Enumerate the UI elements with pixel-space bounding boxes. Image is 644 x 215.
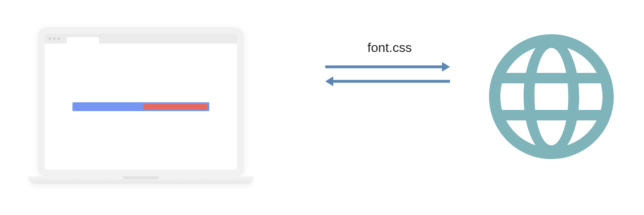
arrow-right-icon — [325, 61, 450, 73]
laptop-base — [28, 176, 254, 184]
svg-rect-5 — [502, 110, 601, 120]
svg-rect-4 — [502, 73, 601, 83]
request-label: font.css — [333, 40, 446, 55]
browser-chrome — [45, 34, 237, 43]
progress-bar — [72, 102, 209, 111]
window-control-dot — [49, 37, 51, 40]
globe-icon — [489, 34, 614, 161]
laptop — [38, 27, 254, 184]
arrow-left-icon — [325, 75, 450, 87]
laptop-screen — [38, 27, 244, 176]
progress-fill — [143, 104, 208, 110]
browser-tab — [67, 37, 99, 43]
laptop-notch — [123, 176, 159, 179]
svg-marker-3 — [325, 76, 333, 86]
window-control-dot — [53, 37, 56, 40]
browser-content — [45, 43, 237, 170]
svg-marker-1 — [442, 62, 450, 72]
request-response-arrows: font.css — [325, 40, 450, 87]
window-control-dot — [58, 37, 60, 40]
browser-window — [45, 34, 237, 170]
